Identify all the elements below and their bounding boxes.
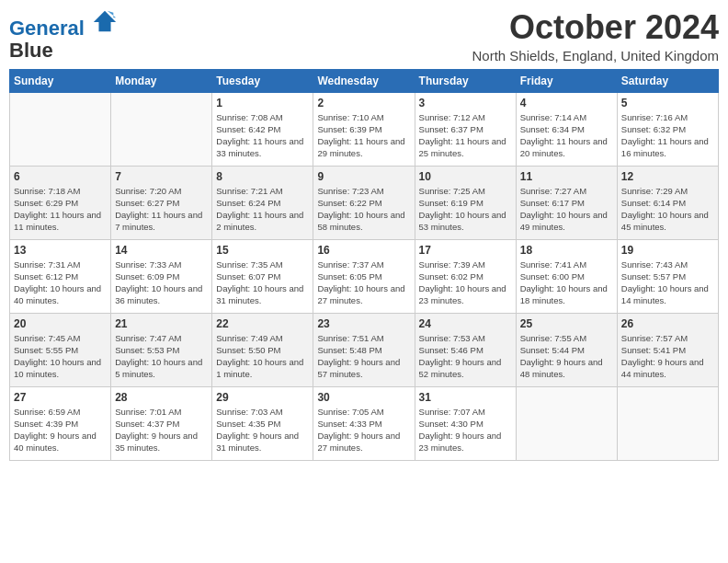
- calendar-cell: 9Sunrise: 7:23 AM Sunset: 6:22 PM Daylig…: [313, 166, 415, 239]
- day-detail: Sunrise: 7:12 AM Sunset: 6:37 PM Dayligh…: [419, 111, 512, 160]
- calendar-cell: 4Sunrise: 7:14 AM Sunset: 6:34 PM Daylig…: [516, 92, 617, 166]
- calendar-cell: 12Sunrise: 7:29 AM Sunset: 6:14 PM Dayli…: [617, 166, 718, 239]
- day-number: 23: [317, 317, 410, 330]
- day-detail: Sunrise: 7:18 AM Sunset: 6:29 PM Dayligh…: [14, 185, 107, 234]
- calendar-cell: 19Sunrise: 7:43 AM Sunset: 5:57 PM Dayli…: [617, 239, 718, 313]
- day-number: 6: [14, 170, 107, 183]
- calendar-cell: 14Sunrise: 7:33 AM Sunset: 6:09 PM Dayli…: [111, 239, 212, 313]
- weekday-header-tuesday: Tuesday: [212, 69, 313, 92]
- week-row-5: 27Sunrise: 6:59 AM Sunset: 4:39 PM Dayli…: [10, 386, 719, 460]
- weekday-header-monday: Monday: [111, 69, 212, 92]
- logo-text2: Blue: [9, 40, 118, 62]
- calendar-cell: 25Sunrise: 7:55 AM Sunset: 5:44 PM Dayli…: [516, 313, 617, 386]
- day-detail: Sunrise: 7:05 AM Sunset: 4:33 PM Dayligh…: [317, 406, 410, 454]
- calendar-cell: 29Sunrise: 7:03 AM Sunset: 4:35 PM Dayli…: [212, 386, 313, 460]
- calendar-cell: 6Sunrise: 7:18 AM Sunset: 6:29 PM Daylig…: [10, 166, 111, 239]
- day-detail: Sunrise: 7:20 AM Sunset: 6:27 PM Dayligh…: [115, 185, 208, 234]
- calendar-cell: 21Sunrise: 7:47 AM Sunset: 5:53 PM Dayli…: [111, 313, 212, 386]
- day-number: 24: [419, 317, 512, 330]
- day-number: 17: [419, 244, 512, 257]
- day-number: 12: [621, 170, 714, 183]
- day-detail: Sunrise: 7:51 AM Sunset: 5:48 PM Dayligh…: [317, 332, 410, 381]
- week-row-3: 13Sunrise: 7:31 AM Sunset: 6:12 PM Dayli…: [10, 239, 719, 313]
- calendar-cell: 31Sunrise: 7:07 AM Sunset: 4:30 PM Dayli…: [415, 386, 516, 460]
- weekday-header-friday: Friday: [516, 69, 617, 92]
- day-detail: Sunrise: 7:01 AM Sunset: 4:37 PM Dayligh…: [115, 406, 208, 454]
- day-number: 31: [419, 391, 512, 404]
- calendar-cell: 30Sunrise: 7:05 AM Sunset: 4:33 PM Dayli…: [313, 386, 415, 460]
- day-number: 28: [115, 391, 208, 404]
- calendar-cell: [516, 386, 617, 460]
- day-number: 16: [317, 244, 410, 257]
- calendar-cell: 23Sunrise: 7:51 AM Sunset: 5:48 PM Dayli…: [313, 313, 415, 386]
- day-detail: Sunrise: 7:39 AM Sunset: 6:02 PM Dayligh…: [419, 259, 512, 307]
- calendar-cell: 15Sunrise: 7:35 AM Sunset: 6:07 PM Dayli…: [212, 239, 313, 313]
- day-number: 13: [14, 244, 107, 257]
- day-number: 4: [520, 97, 613, 109]
- day-detail: Sunrise: 7:16 AM Sunset: 6:32 PM Dayligh…: [621, 111, 714, 160]
- day-detail: Sunrise: 7:49 AM Sunset: 5:50 PM Dayligh…: [216, 332, 309, 381]
- day-detail: Sunrise: 7:47 AM Sunset: 5:53 PM Dayligh…: [115, 332, 208, 381]
- calendar-cell: [111, 92, 212, 166]
- weekday-header-wednesday: Wednesday: [313, 69, 415, 92]
- week-row-4: 20Sunrise: 7:45 AM Sunset: 5:55 PM Dayli…: [10, 313, 719, 386]
- day-detail: Sunrise: 7:29 AM Sunset: 6:14 PM Dayligh…: [621, 185, 714, 234]
- calendar-cell: 11Sunrise: 7:27 AM Sunset: 6:17 PM Dayli…: [516, 166, 617, 239]
- day-detail: Sunrise: 7:55 AM Sunset: 5:44 PM Dayligh…: [520, 332, 613, 381]
- logo-text: General: [9, 13, 118, 40]
- day-detail: Sunrise: 7:03 AM Sunset: 4:35 PM Dayligh…: [216, 406, 309, 454]
- day-number: 2: [317, 97, 410, 109]
- day-number: 11: [520, 170, 613, 183]
- week-row-1: 1Sunrise: 7:08 AM Sunset: 6:42 PM Daylig…: [10, 92, 719, 166]
- calendar-cell: [10, 92, 111, 166]
- day-detail: Sunrise: 7:35 AM Sunset: 6:07 PM Dayligh…: [216, 259, 309, 307]
- calendar-cell: 17Sunrise: 7:39 AM Sunset: 6:02 PM Dayli…: [415, 239, 516, 313]
- day-detail: Sunrise: 7:45 AM Sunset: 5:55 PM Dayligh…: [14, 332, 107, 381]
- calendar-cell: 5Sunrise: 7:16 AM Sunset: 6:32 PM Daylig…: [617, 92, 718, 166]
- month-title: October 2024: [472, 9, 720, 46]
- day-number: 8: [216, 170, 309, 183]
- calendar-cell: 7Sunrise: 7:20 AM Sunset: 6:27 PM Daylig…: [111, 166, 212, 239]
- day-number: 22: [216, 317, 309, 330]
- calendar-cell: 26Sunrise: 7:57 AM Sunset: 5:41 PM Dayli…: [617, 313, 718, 386]
- day-detail: Sunrise: 7:27 AM Sunset: 6:17 PM Dayligh…: [520, 185, 613, 234]
- day-detail: Sunrise: 7:08 AM Sunset: 6:42 PM Dayligh…: [216, 111, 309, 160]
- day-detail: Sunrise: 7:10 AM Sunset: 6:39 PM Dayligh…: [317, 111, 410, 160]
- day-detail: Sunrise: 7:23 AM Sunset: 6:22 PM Dayligh…: [317, 185, 410, 234]
- calendar-cell: 16Sunrise: 7:37 AM Sunset: 6:05 PM Dayli…: [313, 239, 415, 313]
- day-detail: Sunrise: 7:37 AM Sunset: 6:05 PM Dayligh…: [317, 259, 410, 307]
- day-number: 9: [317, 170, 410, 183]
- logo: General Blue: [9, 13, 118, 62]
- day-number: 29: [216, 391, 309, 404]
- calendar-cell: [617, 386, 718, 460]
- day-number: 25: [520, 317, 613, 330]
- day-detail: Sunrise: 7:43 AM Sunset: 5:57 PM Dayligh…: [621, 259, 714, 307]
- page-header: General Blue October 2024 North Shields,…: [9, 9, 719, 63]
- day-detail: Sunrise: 7:25 AM Sunset: 6:19 PM Dayligh…: [419, 185, 512, 234]
- calendar-cell: 3Sunrise: 7:12 AM Sunset: 6:37 PM Daylig…: [415, 92, 516, 166]
- weekday-header-sunday: Sunday: [10, 69, 111, 92]
- day-number: 15: [216, 244, 309, 257]
- day-number: 19: [621, 244, 714, 257]
- day-detail: Sunrise: 7:31 AM Sunset: 6:12 PM Dayligh…: [14, 259, 107, 307]
- logo-icon: [92, 9, 118, 35]
- day-number: 7: [115, 170, 208, 183]
- calendar-cell: 13Sunrise: 7:31 AM Sunset: 6:12 PM Dayli…: [10, 239, 111, 313]
- day-number: 26: [621, 317, 714, 330]
- calendar-cell: 28Sunrise: 7:01 AM Sunset: 4:37 PM Dayli…: [111, 386, 212, 460]
- day-detail: Sunrise: 7:07 AM Sunset: 4:30 PM Dayligh…: [419, 406, 512, 454]
- title-block: October 2024 North Shields, England, Uni…: [472, 9, 720, 63]
- day-detail: Sunrise: 7:57 AM Sunset: 5:41 PM Dayligh…: [621, 332, 714, 381]
- calendar-cell: 20Sunrise: 7:45 AM Sunset: 5:55 PM Dayli…: [10, 313, 111, 386]
- calendar-cell: 22Sunrise: 7:49 AM Sunset: 5:50 PM Dayli…: [212, 313, 313, 386]
- weekday-header-saturday: Saturday: [617, 69, 718, 92]
- day-number: 27: [14, 391, 107, 404]
- day-number: 14: [115, 244, 208, 257]
- day-number: 20: [14, 317, 107, 330]
- day-number: 21: [115, 317, 208, 330]
- week-row-2: 6Sunrise: 7:18 AM Sunset: 6:29 PM Daylig…: [10, 166, 719, 239]
- calendar-cell: 18Sunrise: 7:41 AM Sunset: 6:00 PM Dayli…: [516, 239, 617, 313]
- day-detail: Sunrise: 7:53 AM Sunset: 5:46 PM Dayligh…: [419, 332, 512, 381]
- calendar-cell: 10Sunrise: 7:25 AM Sunset: 6:19 PM Dayli…: [415, 166, 516, 239]
- calendar-cell: 8Sunrise: 7:21 AM Sunset: 6:24 PM Daylig…: [212, 166, 313, 239]
